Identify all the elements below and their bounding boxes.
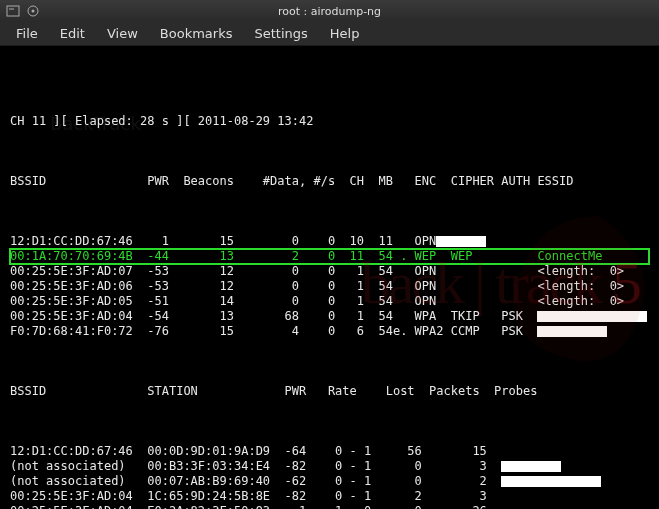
menu-settings[interactable]: Settings [244,23,317,44]
ap-row: 00:25:5E:3F:AD:06 -53 12 0 0 1 54 OPN <l… [10,279,649,294]
window-titlebar: root : airodump-ng [0,0,659,22]
ap-row: 12:D1:CC:DD:67:46 1 15 0 0 10 11 OPN [10,234,649,249]
ap-row: 00:25:5E:3F:AD:05 -51 14 0 0 1 54 OPN <l… [10,294,649,309]
station-row: (not associated) 00:07:AB:B9:69:40 -62 0… [10,474,649,489]
status-line: CH 11 ][ Elapsed: 28 s ][ 2011-08-29 13:… [10,114,649,129]
app-icon [6,4,20,18]
redacted-text [537,326,607,337]
menu-help[interactable]: Help [320,23,370,44]
menu-bookmarks[interactable]: Bookmarks [150,23,243,44]
ap-row: F0:7D:68:41:F0:72 -76 15 4 0 6 54e. WPA2… [10,324,649,339]
station-row: 00:25:5E:3F:AD:04 1C:65:9D:24:5B:8E -82 … [10,489,649,504]
window-title: root : airodump-ng [278,5,381,18]
menu-edit[interactable]: Edit [50,23,95,44]
menu-view[interactable]: View [97,23,148,44]
redacted-text [501,476,601,487]
station-row: 12:D1:CC:DD:67:46 00:0D:9D:01:9A:D9 -64 … [10,444,649,459]
ap-header: BSSID PWR Beacons #Data, #/s CH MB ENC C… [10,174,649,189]
menu-file[interactable]: File [6,23,48,44]
station-header: BSSID STATION PWR Rate Lost Packets Prob… [10,384,649,399]
menubar: File Edit View Bookmarks Settings Help [0,22,659,46]
svg-rect-0 [7,6,19,16]
station-row: 00:25:5E:3F:AD:04 E0:2A:82:3F:50:93 -1 1… [10,504,649,509]
svg-point-3 [32,10,35,13]
station-row: (not associated) 00:B3:3F:03:34:E4 -82 0… [10,459,649,474]
highlighted-ap-row: 00:1A:70:70:69:4B -44 13 2 0 11 54 . WEP… [10,249,649,264]
terminal-output[interactable]: BackTrack back | track 5 CH 11 ][ Elapse… [0,46,659,509]
session-icon [26,4,40,18]
redacted-text [501,461,561,472]
redacted-text [436,236,486,247]
ap-row: 00:25:5E:3F:AD:04 -54 13 68 0 1 54 WPA T… [10,309,649,324]
ap-row: 00:25:5E:3F:AD:07 -53 12 0 0 1 54 OPN <l… [10,264,649,279]
redacted-text [537,311,647,322]
